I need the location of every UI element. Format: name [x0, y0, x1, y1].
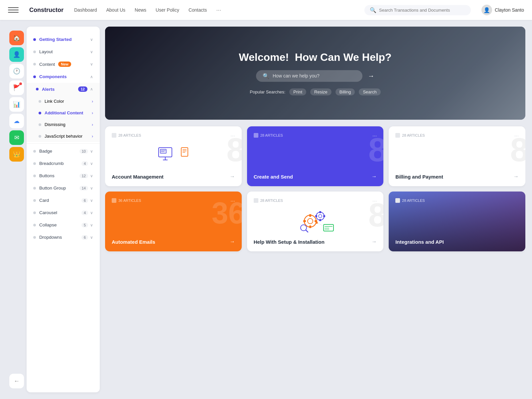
card-title-4: Automated Emails — [112, 239, 155, 245]
sidebar-back-button[interactable]: ← — [9, 374, 24, 388]
hero-overlay: Welcome! How Can We Help? 🔍 → Popular Se… — [105, 27, 525, 120]
label-buttons: Buttons — [39, 173, 55, 178]
search-input[interactable] — [379, 8, 466, 13]
submenu-additional-content[interactable]: Additional Content › — [27, 107, 100, 119]
badge-new: New — [58, 62, 71, 67]
label-carousel: Carousel — [39, 210, 57, 215]
articles-icon-2 — [254, 133, 258, 138]
sidebar-item-crown[interactable]: 👑 — [9, 147, 24, 162]
sidebar-item-clock[interactable]: 🕐 — [9, 64, 24, 78]
icon-sidebar: 🏠 👤 🕐 🚩 📊 ☁ ✉ 👑 ← — [7, 27, 27, 392]
card-billing: 28 ARTICLES ··· 8 Billing and Payment → — [389, 126, 525, 186]
count-area-badge: 10 ∨ — [79, 149, 93, 154]
card-automated-emails: 36 ARTICLES ··· 36 Automated Emails → — [105, 192, 242, 251]
submenu-javascript-behavior[interactable]: JavaScript behavior › — [27, 130, 100, 142]
nav-contacts[interactable]: Contacts — [189, 7, 207, 13]
card-title-5: Help With Setup & Installation — [254, 239, 325, 245]
articles-icon-1 — [112, 133, 116, 138]
dot-getting-started — [33, 38, 36, 41]
svg-rect-20 — [315, 215, 317, 217]
popular-tag-billing[interactable]: Billing — [335, 88, 355, 95]
svg-rect-6 — [181, 148, 188, 156]
hero-search-input[interactable] — [273, 73, 331, 78]
chevron-button-group: ∨ — [90, 186, 93, 191]
card-arrow-2[interactable]: → — [371, 174, 377, 180]
chevron-carousel: ∨ — [90, 210, 93, 215]
card-content-1 — [112, 139, 235, 170]
menu-item-button-group[interactable]: Button Group 14 ∨ — [27, 182, 100, 194]
svg-point-17 — [319, 214, 322, 218]
popular-tag-print[interactable]: Print — [289, 88, 306, 95]
sidebar-item-chart[interactable]: 📊 — [9, 97, 24, 112]
card-arrow-1[interactable]: → — [230, 174, 235, 180]
card-arrow-3[interactable]: → — [513, 174, 519, 180]
card-arrow-4[interactable]: → — [230, 239, 235, 245]
monitor-illustration — [157, 146, 190, 163]
menu-item-getting-started[interactable]: Getting Started ∨ — [27, 33, 100, 46]
menu-item-buttons[interactable]: Buttons 12 ∨ — [27, 170, 100, 182]
card-account-management: 28 ARTICLES ··· 8 — [105, 126, 242, 186]
submenu-alerts-header[interactable]: Alerts 12 ∧ — [27, 83, 100, 95]
submenu-dismissing[interactable]: Dismissing › — [27, 119, 100, 130]
sidebar-item-email[interactable]: ✉ — [9, 130, 24, 145]
hero-search-icon: 🔍 — [263, 73, 269, 79]
label-collapse: Collapse — [39, 222, 57, 227]
big-number-4: 36 — [212, 198, 242, 228]
label-card: Card — [39, 198, 49, 203]
user-profile[interactable]: 👤 Clayton Santo — [481, 5, 524, 15]
user-name: Clayton Santo — [495, 7, 524, 13]
nav-user-policy[interactable]: User Policy — [156, 7, 179, 13]
svg-rect-21 — [323, 215, 325, 217]
content-area: Welcome! How Can We Help? 🔍 → Popular Se… — [105, 27, 525, 392]
nav-news[interactable]: News — [135, 7, 146, 13]
articles-label-3: 28 ARTICLES — [395, 133, 425, 138]
sidebar-item-home[interactable]: 🏠 — [9, 31, 24, 45]
sidebar-item-flag[interactable]: 🚩 — [9, 80, 24, 95]
card-content-2 — [254, 139, 377, 170]
search-bar[interactable]: 🔍 — [364, 5, 471, 15]
nav-about-us[interactable]: About Us — [106, 7, 126, 13]
count-area-card: 6 ∨ — [81, 198, 93, 203]
chevron-badge: ∨ — [90, 149, 93, 154]
menu-item-layout[interactable]: Layout ∨ — [27, 46, 100, 58]
popular-tag-resize[interactable]: Resize — [310, 88, 332, 95]
dot-buttons — [33, 175, 36, 177]
menu-item-breadcrumb[interactable]: Breadcrumb 4 ∨ — [27, 157, 100, 170]
menu-item-components[interactable]: Components ∧ — [27, 70, 100, 83]
dot-dismissing — [39, 123, 41, 126]
label-link-color: Link Color — [45, 99, 64, 104]
card-arrow-5[interactable]: → — [371, 239, 377, 245]
hamburger-menu-button[interactable] — [8, 5, 19, 15]
menu-label-getting-started: Getting Started — [39, 37, 72, 42]
submenu-link-color[interactable]: Link Color › — [27, 95, 100, 107]
hero-search-bar[interactable]: 🔍 — [256, 70, 362, 82]
dot-card — [33, 199, 36, 202]
menu-item-carousel[interactable]: Carousel 4 ∨ — [27, 206, 100, 219]
card-top-5: 28 ARTICLES ··· — [254, 198, 377, 204]
count-button-group: 14 — [79, 186, 88, 191]
dot-breadcrumb — [33, 162, 36, 165]
articles-icon-5 — [254, 198, 258, 203]
menu-item-dropdowns[interactable]: Dropdowns 6 ∨ — [27, 231, 100, 243]
count-breadcrumb: 4 — [81, 161, 88, 166]
sidebar-item-user[interactable]: 👤 — [9, 47, 24, 62]
popular-tag-search[interactable]: Search — [359, 88, 380, 95]
chevron-collapse: ∨ — [90, 223, 93, 227]
dot-additional-content — [39, 112, 41, 114]
menu-item-card[interactable]: Card 6 ∨ — [27, 194, 100, 206]
chevron-card: ∨ — [90, 198, 93, 203]
menu-label-content: Content — [39, 62, 55, 67]
svg-rect-13 — [309, 225, 311, 228]
menu-item-collapse[interactable]: Collapse 5 ∨ — [27, 219, 100, 231]
menu-item-content[interactable]: Content New ∨ — [27, 58, 100, 70]
menu-item-badge[interactable]: Badge 10 ∨ — [27, 145, 100, 157]
nav-more-button[interactable]: ··· — [216, 7, 221, 14]
dot-link-color — [39, 100, 41, 103]
hero-search-button[interactable]: → — [368, 72, 374, 80]
chevron-dropdowns: ∨ — [90, 235, 93, 240]
alerts-label: Alerts — [42, 87, 55, 92]
alerts-chevron: ∧ — [90, 87, 93, 91]
count-dropdowns: 6 — [81, 235, 88, 240]
nav-dashboard[interactable]: Dashboard — [74, 7, 97, 13]
sidebar-item-upload[interactable]: ☁ — [9, 114, 24, 128]
